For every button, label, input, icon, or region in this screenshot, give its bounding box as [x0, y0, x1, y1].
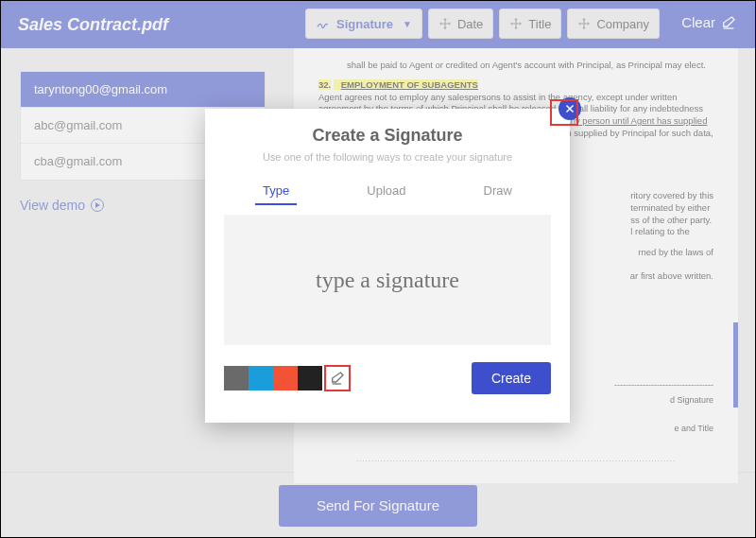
create-button[interactable]: Create — [472, 362, 551, 394]
color-swatch-black[interactable] — [298, 366, 322, 390]
color-swatch-red[interactable] — [273, 366, 298, 390]
tab-draw[interactable]: Draw — [476, 180, 520, 205]
tab-upload[interactable]: Upload — [359, 180, 413, 205]
signature-input-area — [224, 215, 551, 345]
eraser-icon — [330, 371, 345, 386]
modal-footer: Create — [224, 362, 551, 394]
close-icon — [564, 103, 576, 114]
color-swatches — [224, 366, 322, 390]
modal-tabs: Type Upload Draw — [224, 180, 551, 205]
eraser-button[interactable] — [324, 365, 351, 391]
signature-text-input[interactable] — [240, 268, 534, 293]
color-swatch-blue[interactable] — [249, 366, 273, 390]
tab-type[interactable]: Type — [255, 180, 297, 205]
modal-title: Create a Signature — [224, 126, 551, 146]
create-signature-modal: Create a Signature Use one of the follow… — [205, 109, 570, 423]
close-button[interactable] — [558, 97, 581, 120]
color-swatch-gray[interactable] — [224, 366, 249, 390]
modal-subtitle: Use one of the following ways to create … — [224, 151, 551, 163]
